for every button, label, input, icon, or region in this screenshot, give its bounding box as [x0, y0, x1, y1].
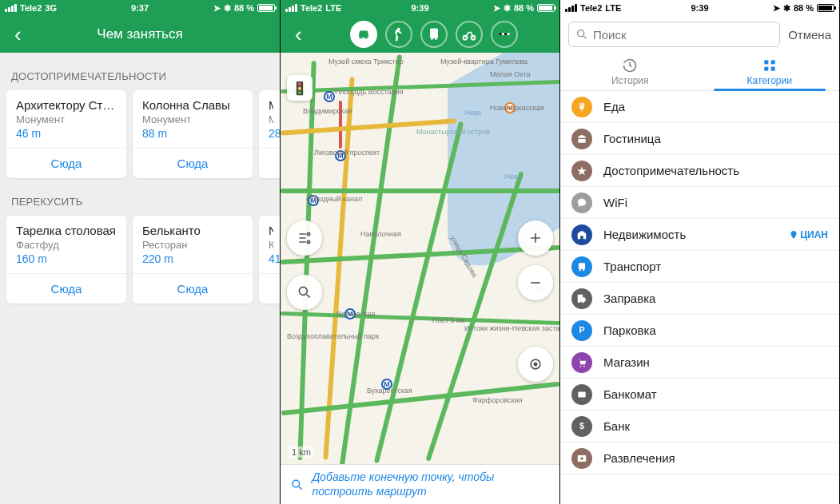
- zoom-out-button[interactable]: [518, 265, 553, 300]
- card-title: Колонна Славы: [142, 98, 243, 112]
- route-prompt[interactable]: Добавьте конечную точку, чтобы построить…: [281, 464, 559, 504]
- svg-point-22: [583, 268, 584, 270]
- svg-rect-16: [764, 60, 768, 64]
- status-bar: Tele2 3G 9:37 ➤ ✱ 88 %: [0, 0, 280, 16]
- route-here-button[interactable]: Сюда: [133, 148, 253, 178]
- category-label: Развлечения: [603, 451, 675, 465]
- screen-activities: Tele2 3G 9:37 ➤ ✱ 88 % ‹ Чем заняться ДО…: [0, 0, 280, 504]
- route-here-button[interactable]: Сюда: [6, 148, 126, 178]
- category-item[interactable]: WiFi: [560, 187, 839, 219]
- mode-walk[interactable]: [385, 21, 412, 48]
- category-icon: [571, 192, 592, 213]
- map-canvas[interactable]: M M M M M M Музей смеха Трикстер Площадь…: [281, 53, 559, 464]
- svg-point-15: [578, 30, 584, 37]
- category-item[interactable]: Развлечения: [560, 442, 839, 474]
- zoom-in-button[interactable]: [518, 220, 553, 256]
- sight-card[interactable]: Му Му 28: [259, 90, 280, 178]
- map-label: Бухарестская: [367, 387, 412, 395]
- tab-categories[interactable]: Категории: [700, 53, 840, 90]
- category-icon: [571, 224, 592, 245]
- location-icon: ➤: [493, 3, 500, 14]
- svg-point-25: [583, 365, 585, 367]
- network-label: LTE: [325, 3, 341, 13]
- search-icon: [575, 28, 588, 41]
- map-label: Музей смеха Трикстер: [328, 58, 404, 65]
- category-list[interactable]: ЕдаГостиницаДостопримечательностьWiFiНед…: [560, 91, 839, 504]
- tab-history[interactable]: История: [560, 53, 700, 90]
- locate-me-button[interactable]: [518, 347, 553, 382]
- search-icon: [290, 476, 304, 494]
- category-item[interactable]: Заправка: [560, 283, 839, 315]
- eat-card[interactable]: Тарелка столовая Фастфуд 160 m Сюда: [6, 216, 126, 304]
- mode-transit[interactable]: [420, 21, 448, 48]
- svg-rect-19: [770, 66, 774, 70]
- traffic-button[interactable]: 🚦: [287, 75, 313, 101]
- svg-text:$: $: [579, 422, 584, 431]
- category-icon: [571, 352, 592, 373]
- sights-row[interactable]: Архитектору Ста… Монумент 46 m Сюда Коло…: [0, 90, 280, 178]
- route-mode-bar: ‹: [281, 16, 559, 53]
- battery-percent: 88 %: [514, 3, 534, 13]
- page-title: Чем заняться: [0, 26, 280, 42]
- category-icon: [571, 161, 592, 181]
- category-item[interactable]: $Банк: [560, 411, 839, 442]
- battery-icon: [537, 4, 555, 12]
- mode-taxi[interactable]: [491, 21, 518, 48]
- category-icon: [571, 448, 592, 469]
- card-subtitle: Му: [269, 113, 273, 125]
- category-icon: [571, 384, 592, 405]
- signal-icon: [285, 4, 297, 12]
- history-icon: [622, 58, 638, 73]
- cian-badge: ЦИАН: [789, 229, 828, 240]
- eat-card[interactable]: No Ка 410: [259, 216, 280, 304]
- category-label: Банкомат: [603, 387, 657, 401]
- svg-rect-7: [499, 33, 501, 35]
- map-label: Волковская: [336, 310, 375, 318]
- sight-card[interactable]: Колонна Славы Монумент 88 m Сюда: [133, 90, 253, 178]
- navbar: ‹ Чем заняться: [0, 16, 280, 53]
- tab-label: История: [611, 75, 649, 86]
- route-settings-button[interactable]: [287, 220, 322, 256]
- map-label: Обводный канал: [306, 195, 362, 203]
- scale-bar: 1 km: [289, 446, 314, 458]
- map-label: Площадь Восстания: [335, 88, 404, 96]
- cancel-button[interactable]: Отмена: [788, 28, 831, 42]
- carrier-label: Tele2: [20, 3, 42, 13]
- back-button[interactable]: ‹: [289, 21, 309, 48]
- map-label: Владимирская: [303, 107, 352, 115]
- route-here-button[interactable]: Сюда: [6, 273, 126, 304]
- category-item[interactable]: Достопримечательность: [560, 155, 839, 187]
- route-here-button[interactable]: Сюда: [133, 273, 253, 304]
- eat-card[interactable]: Бельканто Ресторан 220 m Сюда: [133, 216, 253, 304]
- category-item[interactable]: PПарковка: [560, 315, 839, 347]
- screen-route-map: Tele2 LTE 9:39 ➤ ✱ 88 % ‹: [280, 0, 559, 504]
- tabs: История Категории: [560, 53, 839, 91]
- search-button[interactable]: [287, 275, 322, 310]
- metro-marker[interactable]: M: [324, 91, 335, 102]
- screen-search-categories: Tele2 LTE 9:39 ➤ ✱ 88 % Отмена История К…: [559, 0, 839, 504]
- category-item[interactable]: Банкомат: [560, 379, 839, 411]
- eat-row[interactable]: Тарелка столовая Фастфуд 160 m Сюда Бель…: [0, 216, 280, 304]
- category-label: Достопримечательность: [603, 164, 739, 177]
- svg-rect-27: [580, 393, 584, 395]
- route-here-button[interactable]: [259, 148, 280, 165]
- map-label: Навалочная: [360, 230, 401, 238]
- category-item[interactable]: Транспорт: [560, 251, 839, 283]
- map-label: Пост 5 км: [432, 316, 464, 324]
- search-input[interactable]: [593, 28, 773, 42]
- mode-bike[interactable]: [456, 21, 483, 48]
- category-label: Гостиница: [603, 132, 661, 145]
- category-item[interactable]: Магазин: [560, 347, 839, 379]
- category-item[interactable]: НедвижимостьЦИАН: [560, 219, 839, 251]
- route-here-button[interactable]: [259, 273, 280, 290]
- mode-car[interactable]: [350, 21, 377, 48]
- svg-rect-17: [770, 60, 774, 64]
- category-item[interactable]: Гостиница: [560, 123, 839, 155]
- search-box[interactable]: [568, 22, 780, 47]
- category-label: Недвижимость: [603, 228, 686, 241]
- svg-point-2: [431, 38, 433, 41]
- categories-icon: [762, 58, 778, 73]
- svg-rect-8: [504, 33, 507, 35]
- category-item[interactable]: Еда: [560, 91, 839, 123]
- sight-card[interactable]: Архитектору Ста… Монумент 46 m Сюда: [6, 90, 126, 178]
